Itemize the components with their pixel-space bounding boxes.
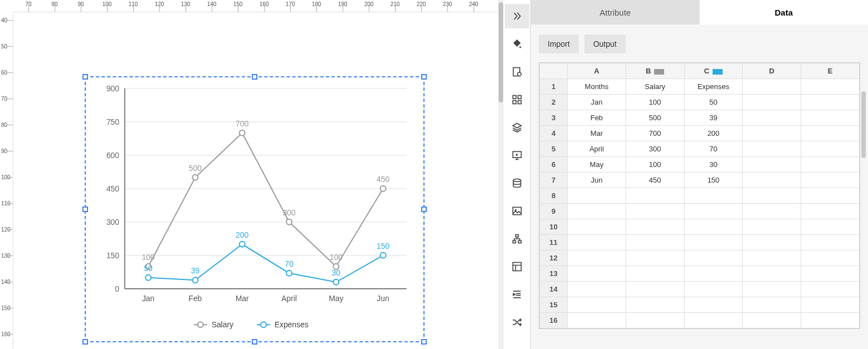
canvas-scrollbar[interactable] [498,0,504,349]
tool-paragraph[interactable] [505,282,529,307]
tab-attribute[interactable]: Attribute [531,0,700,24]
col-header-C[interactable]: C [684,63,743,79]
row-header-11[interactable]: 11 [540,235,568,250]
tool-sitemap[interactable] [505,227,529,251]
data-spreadsheet[interactable]: ABCDE1MonthsSalaryExpenses2Jan100503Feb5… [539,62,860,329]
cell-C6[interactable]: 30 [684,157,743,173]
resize-handle-mr[interactable] [421,207,427,212]
cell-E4[interactable] [801,126,860,141]
cell-E7[interactable] [801,173,860,188]
cell-E9[interactable] [801,204,860,219]
cell-B5[interactable]: 300 [626,141,684,157]
cell-C15[interactable] [684,297,743,313]
cell-B16[interactable] [626,313,684,328]
cell-D12[interactable] [743,250,801,266]
cell-E11[interactable] [801,235,860,250]
row-header-3[interactable]: 3 [540,110,568,126]
cell-A6[interactable]: May [568,157,626,173]
panel-scroll-thumb[interactable] [861,91,866,158]
tool-database[interactable] [505,171,529,195]
tab-data[interactable]: Data [700,0,869,24]
cell-D13[interactable] [743,266,801,282]
row-header-7[interactable]: 7 [540,173,568,188]
cell-A3[interactable]: Feb [568,110,626,126]
cell-B7[interactable]: 450 [626,173,684,188]
col-header-E[interactable]: E [801,63,860,79]
cell-C9[interactable] [684,204,743,219]
tool-page-setup[interactable] [505,60,529,84]
row-header-9[interactable]: 9 [540,204,568,219]
cell-B12[interactable] [626,250,684,266]
cell-A9[interactable] [568,204,626,219]
tool-presentation[interactable] [505,143,529,168]
row-header-6[interactable]: 6 [540,157,568,173]
tool-shuffle[interactable] [505,310,529,335]
cell-E14[interactable] [801,282,860,297]
cell-A10[interactable] [568,219,626,235]
cell-A12[interactable] [568,250,626,266]
sheet-corner[interactable] [540,63,568,79]
tool-image[interactable] [505,199,529,223]
cell-B4[interactable]: 700 [626,126,684,141]
cell-A7[interactable]: Jun [568,173,626,188]
cell-C1[interactable]: Expenses [684,79,743,95]
collapse-panel-button[interactable] [505,4,529,28]
cell-D7[interactable] [743,173,801,188]
cell-B14[interactable] [626,282,684,297]
cell-E1[interactable] [801,79,860,95]
cell-C10[interactable] [684,219,743,235]
row-header-2[interactable]: 2 [540,95,568,110]
cell-E12[interactable] [801,250,860,266]
cell-A4[interactable]: Mar [568,126,626,141]
cell-A5[interactable]: April [568,141,626,157]
resize-handle-tl[interactable] [82,74,88,80]
cell-C13[interactable] [684,266,743,282]
resize-handle-br[interactable] [421,339,427,345]
cell-A1[interactable]: Months [568,79,626,95]
cell-D3[interactable] [743,110,801,126]
cell-A11[interactable] [568,235,626,250]
cell-D6[interactable] [743,157,801,173]
cell-E6[interactable] [801,157,860,173]
cell-D1[interactable] [743,79,801,95]
cell-B13[interactable] [626,266,684,282]
cell-C11[interactable] [684,235,743,250]
chart-object[interactable]: 0150300450600750900JanFebMarAprilMayJun1… [85,76,425,342]
cell-B3[interactable]: 500 [626,110,684,126]
tool-layers[interactable] [505,115,529,140]
cell-D14[interactable] [743,282,801,297]
cell-C14[interactable] [684,282,743,297]
row-header-8[interactable]: 8 [540,188,568,204]
cell-E2[interactable] [801,95,860,110]
output-button[interactable]: Output [584,35,626,53]
cell-C16[interactable] [684,313,743,328]
canvas-area[interactable]: 0150300450600750900JanFebMarAprilMayJun1… [13,12,498,349]
cell-E8[interactable] [801,188,860,204]
row-header-13[interactable]: 13 [540,266,568,282]
row-header-1[interactable]: 1 [540,79,568,95]
resize-handle-bl[interactable] [82,339,88,345]
cell-C3[interactable]: 39 [684,110,743,126]
scroll-thumb[interactable] [499,2,503,102]
tool-grid[interactable] [505,87,529,112]
cell-E15[interactable] [801,297,860,313]
cell-D16[interactable] [743,313,801,328]
row-header-10[interactable]: 10 [540,219,568,235]
col-header-D[interactable]: D [743,63,801,79]
cell-A2[interactable]: Jan [568,95,626,110]
cell-E16[interactable] [801,313,860,328]
cell-A15[interactable] [568,297,626,313]
cell-B9[interactable] [626,204,684,219]
cell-A8[interactable] [568,188,626,204]
cell-D4[interactable] [743,126,801,141]
row-header-15[interactable]: 15 [540,297,568,313]
cell-C5[interactable]: 70 [684,141,743,157]
row-header-12[interactable]: 12 [540,250,568,266]
cell-C7[interactable]: 150 [684,173,743,188]
resize-handle-tm[interactable] [252,74,257,80]
tool-fill[interactable] [505,32,529,56]
cell-B8[interactable] [626,188,684,204]
resize-handle-bm[interactable] [252,339,257,345]
col-header-B[interactable]: B [626,63,684,79]
cell-B1[interactable]: Salary [626,79,684,95]
